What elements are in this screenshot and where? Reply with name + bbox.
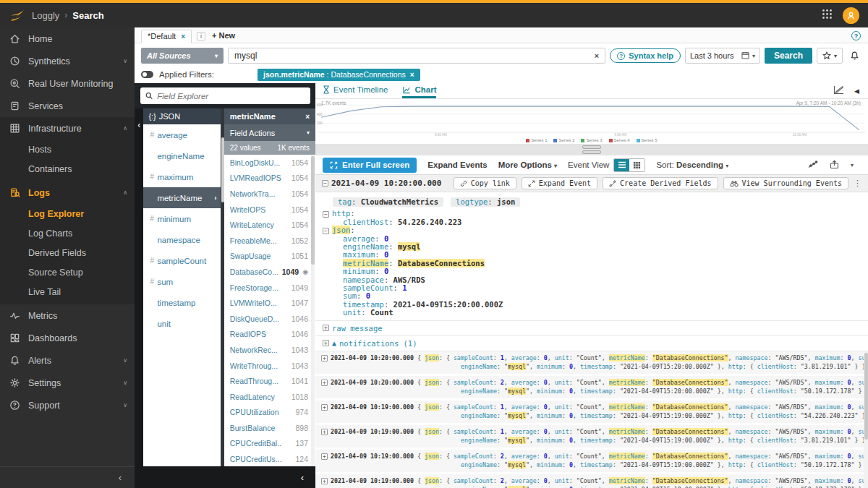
view-surrounding-events-button[interactable]: View Surrounding Events <box>723 177 848 189</box>
remove-filter-icon[interactable]: × <box>410 71 414 79</box>
enter-fullscreen-button[interactable]: Enter Full screen <box>323 158 417 173</box>
sidebar-item-logs[interactable]: Logs∧ <box>0 181 135 204</box>
legend-item[interactable]: Series 5 <box>637 138 658 142</box>
sidebar-item-alerts[interactable]: Alerts∨ <box>0 349 135 372</box>
list-view-button[interactable] <box>614 159 629 171</box>
event-row[interactable]: +2021-04-09 10:19:00.000 { json: { sampl… <box>315 474 868 488</box>
value-row-ReadIOPS[interactable]: ReadIOPS1046 <box>224 327 315 343</box>
search-button[interactable]: Search <box>765 48 812 64</box>
sidebar-subitem-derived-fields[interactable]: Derived Fields <box>0 243 135 262</box>
sidebar-subitem-live-tail[interactable]: Live Tail <box>0 282 135 301</box>
collapse-panel-icon[interactable]: ◀ <box>854 87 859 95</box>
value-row-WriteThroug[interactable]: WriteThroug...1043 <box>224 358 315 374</box>
sidebar-subitem-containers[interactable]: Containers <box>0 159 135 179</box>
event-row[interactable]: +2021-04-09 10:20:00.000 { json: { sampl… <box>315 376 868 401</box>
sidebar-item-infrastructure[interactable]: Infrastructure∧ <box>0 117 135 140</box>
value-row-FreeStorage[interactable]: FreeStorage...1049 <box>224 280 315 296</box>
value-row-CPUCreditBal[interactable]: CPUCreditBal...137 <box>224 436 315 452</box>
field-maximum[interactable]: #maximum <box>143 166 221 187</box>
user-avatar[interactable] <box>843 7 859 24</box>
sources-dropdown[interactable]: All Sources ▾ <box>141 48 224 64</box>
sidebar-collapse[interactable]: ‹ <box>0 466 135 488</box>
collapse-fields-strip[interactable]: ‹ <box>135 108 143 466</box>
value-row-CPUCreditUs[interactable]: CPUCreditUs...124 <box>224 451 315 466</box>
field-toggle-icon[interactable]: ◑ <box>213 194 217 202</box>
caret-down-icon[interactable]: ▾ <box>851 162 854 168</box>
scatter-icon[interactable] <box>808 160 818 170</box>
splitter-handle[interactable] <box>582 150 601 154</box>
event-tag[interactable]: logtype: json <box>451 197 520 207</box>
field-explorer-search[interactable] <box>140 87 310 104</box>
value-row-DiskQueueD[interactable]: DiskQueueD...1046 <box>224 311 315 327</box>
sort-dropdown[interactable]: Sort: Descending ▾ <box>656 160 728 169</box>
tab-chart[interactable]: Chart <box>402 83 436 98</box>
expand-icon[interactable]: + <box>321 453 328 460</box>
field-engineName[interactable]: engineName <box>143 145 221 166</box>
collapse-icon[interactable]: − <box>323 211 329 218</box>
filters-toggle[interactable] <box>141 71 153 78</box>
collapse-icon[interactable]: − <box>323 228 329 234</box>
sidebar-item-home[interactable]: Home <box>0 27 135 50</box>
tab-info-icon[interactable]: i <box>197 32 205 40</box>
more-actions-icon[interactable]: ⋮ <box>854 179 861 188</box>
grid-view-button[interactable] <box>629 159 644 171</box>
raw-message-row[interactable]: + raw message <box>315 321 868 336</box>
breadcrumb-brand[interactable]: Loggly <box>32 10 59 21</box>
sidebar-subitem-source-setup[interactable]: Source Setup <box>0 262 135 282</box>
sidebar-subitem-log-charts[interactable]: Log Charts <box>0 223 135 243</box>
value-row-BurstBalance[interactable]: BurstBalance898 <box>224 420 315 436</box>
field-sum[interactable]: #sum <box>143 271 221 292</box>
event-tag[interactable]: tag: CloudwatchMetrics <box>333 197 443 207</box>
event-row[interactable]: +2021-04-09 10:19:00.000 { json: { sampl… <box>315 450 868 474</box>
expand-icon[interactable]: + <box>323 325 329 331</box>
event-row[interactable]: +2021-04-09 10:19:00.000 { json: { sampl… <box>315 425 868 450</box>
app-switcher-icon[interactable] <box>822 9 833 22</box>
field-explorer-input[interactable] <box>157 92 305 100</box>
sidebar-item-rum[interactable]: Real User Monitoring <box>0 72 135 95</box>
value-row-CPUUtilization[interactable]: CPUUtilization974 <box>224 405 315 421</box>
field-unit[interactable]: unit <box>143 313 221 334</box>
value-row-ReadThroug[interactable]: ReadThroug...1041 <box>224 373 315 389</box>
value-row-ReadLatency[interactable]: ReadLatency1018 <box>224 389 315 405</box>
field-namespace[interactable]: namespace <box>143 229 221 250</box>
filter-pill-metricname[interactable]: json.metricName : DatabaseConnections × <box>258 69 420 81</box>
value-row-WriteIOPS[interactable]: WriteIOPS1054 <box>224 202 315 218</box>
panel-splitter[interactable] <box>315 144 868 155</box>
syntax-help-button[interactable]: ? Syntax help <box>610 48 681 63</box>
legend-item[interactable]: Series 3 <box>581 138 602 142</box>
events-chart[interactable]: 1.7K events Apr 9, 7:20 AM - 10:20 AM (3… <box>315 99 868 137</box>
field-minimum[interactable]: #minimum <box>143 208 221 229</box>
sidebar-item-settings[interactable]: Settings∨ <box>0 372 135 394</box>
values-scrollbar[interactable] <box>311 155 315 466</box>
event-row[interactable]: +2021-04-09 10:20:00.000 { json: { sampl… <box>315 351 868 376</box>
notifications-row[interactable]: + ▲ notifications (1) <box>315 336 868 351</box>
close-icon[interactable]: × <box>305 113 310 121</box>
sidebar-item-support[interactable]: Support∨ <box>0 394 135 416</box>
sidebar-subitem-hosts[interactable]: Hosts <box>0 140 135 159</box>
create-derived-fields-button[interactable]: Create Derived Fields <box>603 177 718 189</box>
collapse-event-icon[interactable]: − <box>322 180 328 187</box>
value-row-FreeableMe[interactable]: FreeableMe...1052 <box>224 233 315 249</box>
sidebar-item-synthetics[interactable]: Synthetics∨ <box>0 50 135 72</box>
tab-event-timeline[interactable]: Event Timeline <box>323 83 388 98</box>
eye-icon[interactable]: ◉ <box>302 268 308 275</box>
expand-icon[interactable]: + <box>321 380 328 386</box>
help-icon[interactable]: ? <box>851 31 861 40</box>
more-options-dropdown[interactable]: More Options ▾ <box>498 160 557 169</box>
legend-item[interactable]: Series 2 <box>553 138 574 142</box>
sidebar-item-services[interactable]: Services <box>0 95 135 117</box>
value-row-LVMWriteIO[interactable]: LVMWriteIO...1047 <box>224 295 315 311</box>
value-row-DatabaseCo[interactable]: DatabaseCo...1049◉ <box>224 264 315 280</box>
copy-link-button[interactable]: Copy link <box>454 177 516 189</box>
sidebar-item-metrics[interactable]: Metrics <box>0 304 135 327</box>
splitter-handle[interactable] <box>582 145 601 149</box>
event-row[interactable]: +2021-04-09 10:19:00.000 { json: { sampl… <box>315 401 868 425</box>
value-row-BinLogDiskU[interactable]: BinLogDiskU...1054 <box>224 155 315 171</box>
tab-default[interactable]: *Default × <box>141 30 192 43</box>
close-tab-icon[interactable]: × <box>181 33 185 40</box>
events-scrollbar[interactable] <box>864 351 868 488</box>
field-metricName[interactable]: metricName◑ <box>143 187 221 208</box>
expand-icon[interactable]: + <box>321 404 328 411</box>
time-range-picker[interactable]: Last 3 hours ▾ <box>685 48 760 64</box>
collapse-left-icon[interactable]: ‹ <box>301 472 304 483</box>
